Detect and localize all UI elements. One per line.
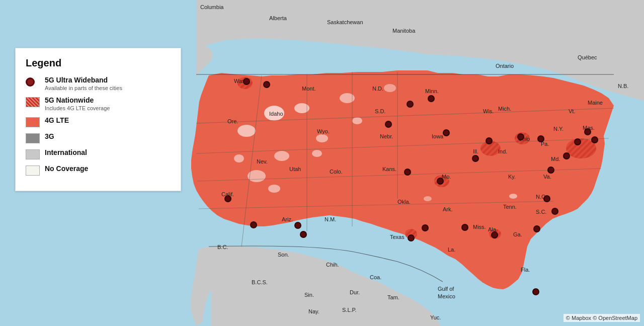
legend-title: Legend (26, 57, 171, 69)
legend: Legend 5G Ultra Wideband Available in pa… (15, 48, 181, 191)
legend-icon-no-coverage (26, 166, 40, 176)
svg-point-16 (384, 84, 396, 92)
svg-point-9 (274, 151, 289, 161)
city-dot (584, 128, 591, 135)
city-dot (428, 95, 435, 102)
svg-point-7 (294, 103, 309, 113)
legend-item-no-coverage: No Coverage (26, 165, 171, 176)
svg-point-19 (424, 196, 432, 201)
legend-item-5g-nationwide: 5G Nationwide Includes 4G LTE coverage (26, 96, 171, 111)
city-dot (491, 231, 498, 238)
city-dot (243, 78, 250, 85)
legend-text-international: International (45, 148, 87, 157)
legend-icon-international (26, 149, 40, 159)
city-dot (574, 138, 581, 145)
svg-point-6 (264, 106, 284, 121)
city-dot (486, 137, 493, 144)
city-dot (537, 135, 544, 142)
city-dot (224, 195, 231, 202)
legend-text-4g-lte: 4G LTE (45, 116, 69, 125)
svg-point-15 (340, 93, 355, 103)
svg-point-8 (237, 125, 256, 137)
legend-text-3g: 3G (45, 132, 54, 141)
legend-item-5g-ultra: 5G Ultra Wideband Available in parts of … (26, 76, 171, 91)
city-dot (294, 222, 301, 229)
legend-text-no-coverage: No Coverage (45, 165, 88, 173)
city-dot (263, 81, 270, 88)
city-dot (591, 136, 598, 143)
city-dot (437, 178, 444, 185)
legend-item-international: International (26, 148, 171, 159)
city-dot (533, 225, 540, 232)
city-dot (422, 224, 429, 231)
legend-text-5g-ultra: 5G Ultra Wideband Available in parts of … (45, 76, 122, 91)
legend-icon-5g-ultra (26, 77, 40, 87)
city-dot (563, 152, 570, 159)
city-dot (543, 195, 550, 202)
city-dot (443, 129, 450, 136)
city-dot (517, 133, 524, 140)
legend-icon-4g-lte (26, 117, 40, 127)
city-dot (408, 234, 415, 241)
legend-icon-5g-nationwide (26, 97, 40, 107)
city-dot (385, 121, 392, 128)
svg-point-14 (268, 185, 280, 193)
legend-icon-3g (26, 133, 40, 143)
legend-item-3g: 3G (26, 132, 171, 143)
svg-point-11 (316, 134, 328, 142)
city-dot (551, 208, 558, 215)
svg-point-10 (234, 154, 244, 162)
city-dot (250, 221, 257, 228)
city-dot (300, 231, 307, 238)
attribution: © Mapbox © OpenStreetMap (564, 314, 640, 322)
map-container: Wash.Ore.Calif.IdahoNev.UtahAriz.Mont.Wy… (0, 0, 644, 326)
legend-item-4g-lte: 4G LTE (26, 116, 171, 127)
city-dot (532, 288, 539, 295)
svg-point-17 (352, 117, 362, 124)
city-dot (472, 155, 479, 162)
city-dot (407, 101, 414, 108)
svg-point-12 (312, 150, 322, 157)
city-dot (547, 167, 554, 174)
city-dot (461, 224, 468, 231)
legend-text-5g-nationwide: 5G Nationwide Includes 4G LTE coverage (45, 96, 110, 111)
city-dot (404, 169, 411, 176)
svg-point-18 (509, 194, 517, 199)
